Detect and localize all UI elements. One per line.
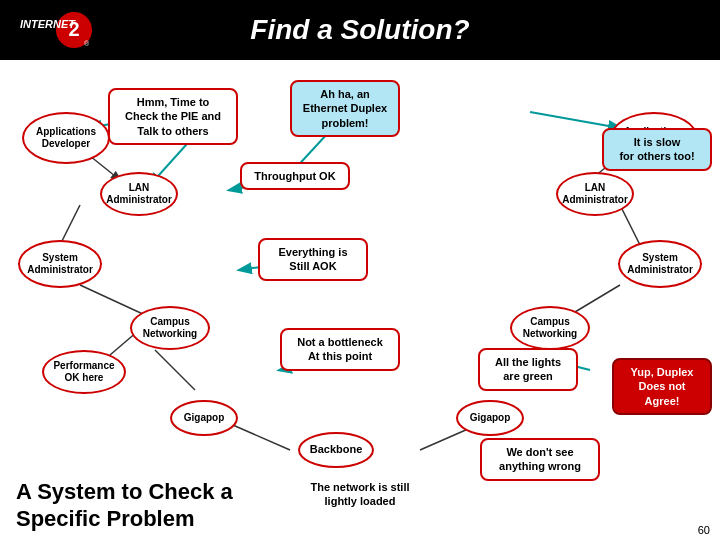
svg-line-11 — [570, 285, 620, 315]
gigapop-right-node: Gigapop — [456, 400, 524, 436]
yup-duplex-bubble: Yup, Duplex Does not Agree! — [612, 358, 712, 415]
svg-text:INTERNET: INTERNET — [20, 18, 76, 30]
system-admin-left-node: System Administrator — [18, 240, 102, 288]
performance-ok-node: Performance OK here — [42, 350, 126, 394]
page-title: Find a Solution? — [250, 14, 469, 46]
main-content: Applications Developer LAN Administrator… — [0, 60, 720, 540]
page-number: 60 — [698, 524, 710, 536]
network-still-loaded-bubble: The network is still lightly loaded — [290, 475, 430, 514]
everything-aok-bubble: Everything is Still AOK — [258, 238, 368, 281]
svg-line-6 — [80, 285, 145, 315]
lan-admin-left-node: LAN Administrator — [100, 172, 178, 216]
all-lights-green-bubble: All the lights are green — [478, 348, 578, 391]
campus-networking-left-node: Campus Networking — [130, 306, 210, 350]
ah-ha-bubble: Ah ha, an Ethernet Duplex problem! — [290, 80, 400, 137]
bottom-title-line2: Specific Problem — [16, 506, 233, 532]
bottom-title-line1: A System to Check a — [16, 479, 233, 505]
we-dont-see-bubble: We don't see anything wrong — [480, 438, 600, 481]
it-is-slow-bubble: It is slow for others too! — [602, 128, 712, 171]
backbone-node: Backbone — [298, 432, 374, 468]
bottom-title: A System to Check a Specific Problem — [16, 479, 233, 532]
campus-networking-right-node: Campus Networking — [510, 306, 590, 350]
svg-line-10 — [620, 205, 640, 245]
svg-line-5 — [60, 205, 80, 245]
svg-line-18 — [530, 112, 620, 128]
page-header: 2 INTERNET ® Find a Solution? — [0, 0, 720, 60]
svg-text:®: ® — [84, 40, 90, 47]
throughput-ok-bubble: Throughput OK — [240, 162, 350, 190]
not-bottleneck-bubble: Not a bottleneck At this point — [280, 328, 400, 371]
gigapop-left-node: Gigapop — [170, 400, 238, 436]
hmm-time-bubble: Hmm, Time to Check the PIE and Talk to o… — [108, 88, 238, 145]
lan-admin-right-node: LAN Administrator — [556, 172, 634, 216]
applications-developer-left-node: Applications Developer — [22, 112, 110, 164]
system-admin-right-node: System Administrator — [618, 240, 702, 288]
internet2-logo: 2 INTERNET ® — [16, 8, 96, 52]
svg-line-7 — [155, 350, 195, 390]
